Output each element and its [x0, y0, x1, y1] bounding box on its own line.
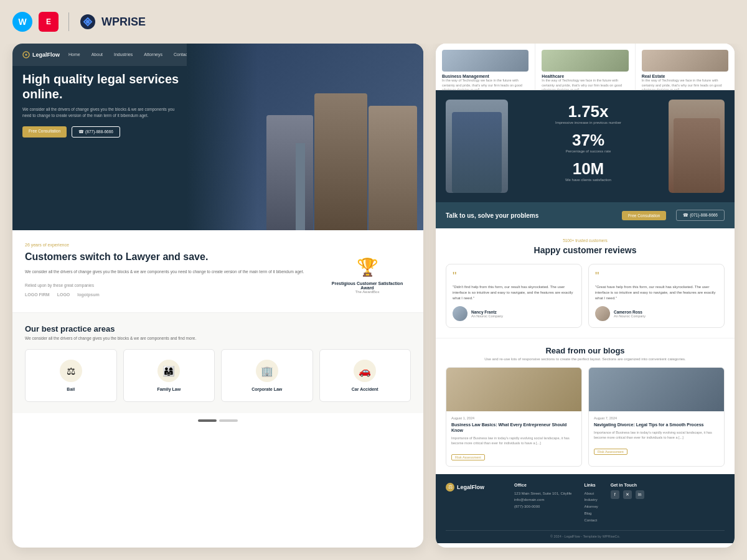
practice-card-family[interactable]: 👨‍👩‍👧 Family Law — [123, 349, 215, 402]
business-card-title: Business Management — [442, 74, 529, 78]
reviewer-avatar-1 — [453, 306, 467, 321]
hero-phone-button[interactable]: ☎ (877)-888-6666 — [72, 126, 120, 138]
nav-about[interactable]: About — [92, 52, 103, 57]
stat-1-number: 1.75x — [514, 103, 662, 119]
hero-content: High quality legal services online. We c… — [22, 72, 184, 138]
footer-logo-name: LegalFlow — [457, 484, 484, 490]
logo-1: LOGO FIRM — [25, 292, 50, 297]
nav-industries[interactable]: Industries — [114, 52, 133, 57]
footer-email: info@domain.com — [514, 497, 571, 503]
blog-cards: August 1, 2024 Business Law Basics: What… — [446, 367, 725, 467]
footer-phone: (877)-300-0000 — [514, 503, 571, 510]
footer-link-industry[interactable]: Industry — [584, 497, 598, 503]
hero-consultation-button[interactable]: Free Consultation — [22, 126, 67, 138]
nav-attorneys[interactable]: Attorneys — [144, 52, 162, 57]
review-author-1: Nancy Frantz An Nouroc Company — [453, 306, 575, 321]
relied-label: Relied upon by these great companies — [25, 283, 311, 287]
logo-2: LOGO — [57, 292, 70, 297]
hero-image — [187, 44, 423, 230]
wordpress-icon[interactable]: W — [12, 12, 32, 32]
footer: ⚖ LegalFlow Office 123 Main Street, Suit… — [436, 474, 735, 543]
cta-consultation-button[interactable]: Free Consultation — [622, 211, 666, 220]
footer-office: Office 123 Main Street, Suite 101, Cityl… — [514, 483, 571, 524]
blog-excerpt-1: Importance of Business law in today's ra… — [451, 436, 576, 446]
footer-office-title: Office — [514, 483, 571, 487]
facebook-icon[interactable]: f — [611, 490, 619, 499]
footer-link-attorney[interactable]: Attorney — [584, 503, 598, 510]
blog-content-1: August 1, 2024 Business Law Basics: What… — [446, 411, 581, 466]
practice-section: Our best practice areas We consider all … — [12, 312, 423, 413]
practice-description: We consider all the drivers of change gi… — [25, 336, 411, 340]
flag-pole — [296, 143, 305, 230]
instagram-icon[interactable]: in — [636, 490, 644, 499]
person-right-figure — [674, 118, 720, 193]
practice-heading: Our best practice areas — [25, 324, 411, 334]
left-panel: LegalFlow Home About Industries Attorney… — [12, 44, 423, 548]
blog-section: Read from our blogs Use and re-use lots … — [436, 338, 735, 474]
elementor-icon[interactable]: E — [39, 12, 59, 32]
nav-home[interactable]: Home — [68, 52, 80, 57]
reviewer-avatar-2 — [595, 306, 610, 321]
realestate-card-desc: In the way of Technology we face in the … — [642, 78, 728, 90]
scroll-indicator — [12, 413, 423, 428]
top-cards-row: Business Management In the way of Techno… — [436, 44, 735, 90]
footer-logo-icon: ⚖ — [446, 483, 454, 492]
scroll-dot-1[interactable] — [198, 419, 217, 422]
family-icon: 👨‍👩‍👧 — [157, 360, 180, 382]
review-author-2: Cameron Ross An Nouroc Company — [595, 306, 718, 321]
hero-title: High quality legal services online. — [22, 72, 184, 101]
practice-card-corporate[interactable]: 🏢 Corporate Law — [221, 349, 313, 402]
cta-text: Talk to us, solve your problems — [446, 212, 612, 219]
footer-logo: ⚖ LegalFlow — [446, 483, 502, 492]
svg-point-1 — [86, 20, 90, 24]
practice-card-car[interactable]: 🚗 Car Accident — [319, 349, 411, 402]
healthcare-card-image — [542, 50, 628, 72]
healthcare-card-title: Healthcare — [542, 74, 628, 78]
blog-card-2[interactable]: August 7, 2024 Navigating Divorce: Legal… — [588, 367, 725, 467]
blog-title-1: Business Law Basics: What Every Entrepre… — [451, 422, 576, 433]
footer-copyright: © 2024 - LegalFlow - Template by WPRiseC… — [446, 530, 725, 538]
car-icon: 🚗 — [354, 360, 376, 382]
person-silhouette-2 — [314, 93, 367, 230]
cta-bar: Talk to us, solve your problems Free Con… — [436, 202, 735, 228]
blog-excerpt-2: Importance of Business law in today's ra… — [594, 430, 719, 441]
review-quote-2: " — [595, 271, 718, 282]
top-card-realestate: Real Estate In the way of Technology we … — [636, 44, 735, 90]
review-card-2: " "Great have help from this form, our r… — [588, 264, 725, 328]
reviewer-name-1: Nancy Frantz — [471, 310, 503, 314]
practice-card-bail[interactable]: ⚖ Bail — [25, 349, 117, 402]
bail-icon: ⚖ — [60, 360, 82, 382]
blog-tag-1[interactable]: Risk Assessment — [451, 454, 485, 460]
blog-card-1[interactable]: August 1, 2024 Business Law Basics: What… — [446, 367, 582, 467]
hero-description: We consider all the drivers of change gi… — [22, 106, 184, 119]
reviewer-company-1: An Nouroc Company — [471, 314, 503, 318]
blog-tag-2[interactable]: Risk Assessment — [594, 449, 627, 455]
scroll-dot-2[interactable] — [219, 419, 238, 422]
footer-link-blog[interactable]: Blog — [584, 510, 598, 517]
footer-top: ⚖ LegalFlow Office 123 Main Street, Suit… — [446, 483, 725, 524]
stat-3-label: We have clients satisfaction — [514, 178, 662, 182]
about-heading: Customers switch to Lawyer and save. — [25, 251, 311, 263]
about-description: We consider all the drivers of change gi… — [25, 269, 311, 275]
about-section: 26 years of experience Customers switch … — [12, 230, 423, 312]
company-logos: LOGO FIRM LOGO logoipsum — [25, 292, 311, 297]
person-silhouette-1 — [266, 115, 313, 230]
award-title: Prestigious Customer Satisfaction Award — [330, 281, 405, 290]
family-label: Family Law — [129, 387, 210, 391]
corporate-label: Corporate Law — [227, 387, 308, 391]
footer-link-contact[interactable]: Contact — [584, 517, 598, 524]
stat-2-label: Percentage of success rate — [514, 149, 662, 153]
healthcare-card-desc: In the way of Technology we face in the … — [542, 78, 628, 90]
footer-address: 123 Main Street, Suite 101, Citylife — [514, 490, 571, 497]
blog-content-2: August 7, 2024 Navigating Divorce: Legal… — [589, 411, 724, 460]
stat-2-number: 37% — [514, 132, 662, 148]
award-icon: 🏆 — [330, 257, 405, 278]
blog-date-1: August 1, 2024 — [451, 416, 576, 420]
top-bar: W E WPRISE — [0, 0, 747, 44]
cta-phone-button[interactable]: ☎ (071)-888-6666 — [676, 210, 725, 221]
footer-link-about[interactable]: About — [584, 490, 598, 497]
reviews-count-label: 5100+ trusted customers — [446, 238, 725, 243]
footer-brand: ⚖ LegalFlow — [446, 483, 502, 524]
twitter-icon[interactable]: ✕ — [623, 490, 632, 499]
stats-numbers: 1.75x Impressive increase in previous nu… — [514, 103, 662, 189]
